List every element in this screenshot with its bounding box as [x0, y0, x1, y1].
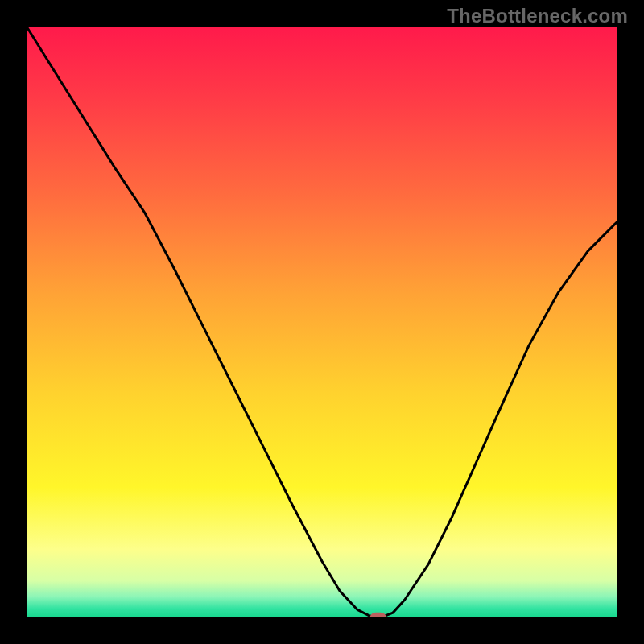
- plot-svg: [27, 27, 617, 617]
- watermark: TheBottleneck.com: [447, 5, 628, 27]
- plot-area: [27, 27, 617, 617]
- chart-frame: TheBottleneck.com: [0, 0, 644, 644]
- gradient-background: [27, 27, 617, 617]
